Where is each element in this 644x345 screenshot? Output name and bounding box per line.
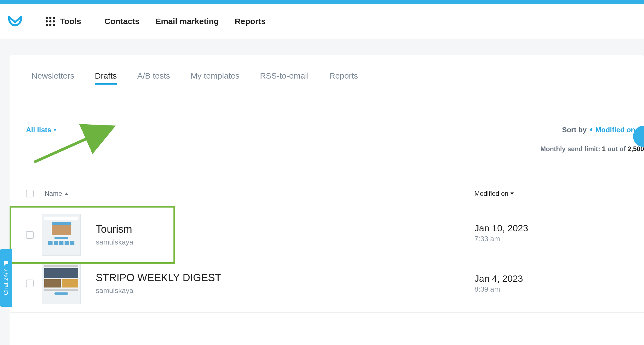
tab-rss-to-email[interactable]: RSS-to-email	[260, 71, 309, 85]
draft-row[interactable]: STRIPO WEEKLY DIGEST samulskaya Jan 4, 2…	[10, 254, 644, 313]
draft-modified: Jan 4, 2023 8:39 am	[474, 273, 628, 294]
column-name-label: Name	[45, 190, 62, 197]
app-header: Tools Contacts Email marketing Reports	[0, 4, 644, 39]
row-checkbox[interactable]	[26, 231, 34, 239]
sort-by-label: Sort by	[562, 126, 587, 134]
draft-date: Jan 10, 2023	[474, 223, 628, 234]
nav-email-marketing[interactable]: Email marketing	[155, 17, 219, 26]
draft-info: STRIPO WEEKLY DIGEST samulskaya	[96, 272, 474, 295]
table-header: Name Modified on	[10, 153, 644, 206]
column-modified-label: Modified on	[474, 190, 508, 197]
draft-rows: Tourism samulskaya Jan 10, 2023 7:33 am	[10, 206, 644, 313]
draft-modified: Jan 10, 2023 7:33 am	[474, 223, 628, 243]
tab-my-templates[interactable]: My templates	[191, 71, 239, 85]
app-logo[interactable]	[8, 16, 30, 27]
chevron-down-icon	[53, 129, 57, 131]
column-modified[interactable]: Modified on	[474, 190, 628, 197]
primary-nav: Contacts Email marketing Reports	[105, 17, 266, 26]
draft-info: Tourism samulskaya	[96, 223, 159, 246]
draft-date: Jan 4, 2023	[474, 273, 628, 284]
draft-name: Tourism	[96, 223, 159, 235]
tools-menu[interactable]: Tools	[46, 17, 81, 26]
page-body: Newsletters Drafts A/B tests My template…	[0, 39, 644, 345]
chat-label: Chat 24/7	[3, 269, 10, 295]
filter-row: All lists Sort by Modified on	[10, 85, 644, 134]
draft-thumbnail	[42, 263, 81, 304]
chat-widget[interactable]: Chat 24/7	[0, 249, 12, 307]
tab-newsletters[interactable]: Newsletters	[31, 71, 74, 85]
section-tabs: Newsletters Drafts A/B tests My template…	[10, 71, 644, 85]
content-card: Newsletters Drafts A/B tests My template…	[10, 55, 644, 345]
draft-thumbnail	[42, 214, 81, 256]
sort-controls: Sort by Modified on	[562, 126, 644, 134]
select-all-checkbox[interactable]	[26, 190, 34, 197]
column-name[interactable]: Name	[45, 190, 474, 197]
sort-asc-icon	[65, 192, 68, 195]
draft-time: 8:39 am	[474, 285, 628, 294]
row-checkbox[interactable]	[26, 280, 34, 287]
draft-author: samulskaya	[96, 238, 159, 246]
nav-reports[interactable]: Reports	[235, 17, 266, 26]
list-filter-dropdown[interactable]: All lists	[26, 126, 57, 134]
apps-grid-icon	[46, 17, 55, 26]
envelope-icon	[8, 16, 22, 27]
nav-contacts[interactable]: Contacts	[105, 17, 140, 26]
draft-time: 7:33 am	[474, 235, 628, 243]
tab-ab-tests[interactable]: A/B tests	[137, 71, 170, 85]
draft-name: STRIPO WEEKLY DIGEST	[96, 272, 474, 284]
sort-dropdown[interactable]: Modified on	[590, 126, 641, 134]
list-filter-label: All lists	[26, 126, 51, 134]
draft-author: samulskaya	[96, 286, 474, 295]
header-divider	[38, 12, 38, 31]
send-limit-text: Monthly send limit: 1 out of 2,500	[10, 134, 644, 153]
sort-desc-icon	[510, 192, 514, 195]
top-accent-bar	[0, 0, 644, 4]
sort-field: Modified on	[595, 126, 635, 134]
chat-icon	[4, 261, 9, 266]
sort-direction-icon	[589, 128, 594, 132]
tools-label: Tools	[60, 17, 81, 26]
tab-drafts[interactable]: Drafts	[95, 71, 117, 85]
header-divider	[89, 12, 89, 31]
tab-reports[interactable]: Reports	[329, 71, 358, 85]
